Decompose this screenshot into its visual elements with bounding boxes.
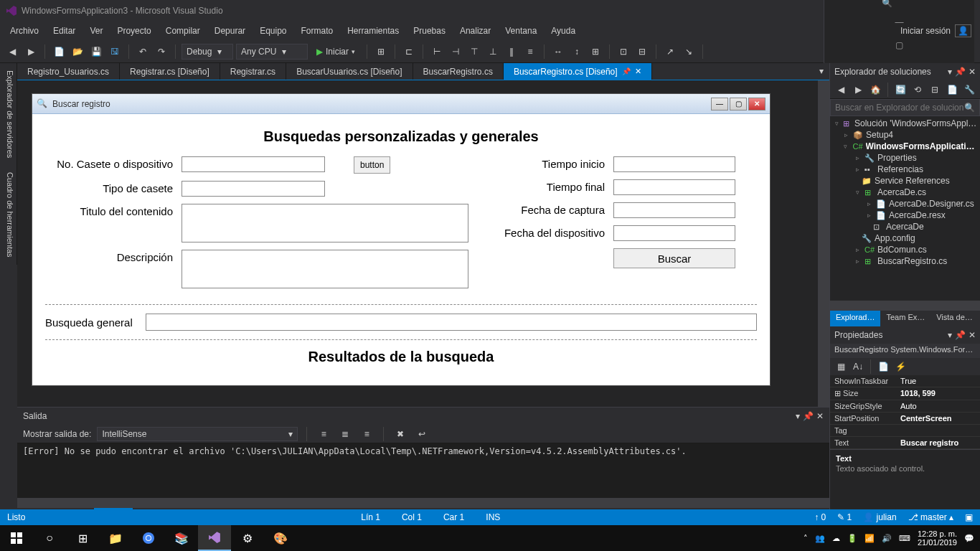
tree-acercade-sub[interactable]: ⊡ AcercaDe [830,221,980,232]
input-no-casete[interactable] [182,156,325,172]
se-sync[interactable]: ⟲ [910,82,925,98]
menu-pruebas[interactable]: Pruebas [406,23,453,39]
tray-lang-icon[interactable]: ⌨ [899,534,910,543]
menu-ayuda[interactable]: Ayuda [544,23,583,39]
menu-analizar[interactable]: Analizar [453,23,498,39]
props-dropdown-icon[interactable]: ▾ [948,330,952,340]
output-text[interactable]: [Error] No se pudo encontrar el archivo … [17,443,829,498]
layout-button-1[interactable]: ⊞ [373,44,389,60]
input-tipo-casete[interactable] [182,181,325,197]
paint-button[interactable]: 🎨 [264,525,297,551]
se-tab-explorer[interactable]: Explorad… [830,311,880,326]
winform-designer[interactable]: 🔍 Buscar registro — ▢ ✕ Busquedas person… [32,93,771,386]
se-props[interactable]: 🔧 [961,82,977,98]
open-file-button[interactable]: 📂 [70,44,85,60]
props-pin-icon[interactable]: 📌 [955,330,966,340]
menu-ventana[interactable]: Ventana [498,23,544,39]
status-publish[interactable]: ↑ 0 [814,512,826,522]
pin-icon[interactable]: 📌 [622,67,631,75]
tree-references[interactable]: ▹▪▪ Referencias [830,164,980,175]
tray-battery-icon[interactable]: 🔋 [847,534,857,543]
nav-fwd-button[interactable]: ▶ [23,44,39,60]
input-titulo[interactable] [182,204,468,242]
doc-tab-3[interactable]: BuscarUsuarios.cs [Diseño] [286,63,413,80]
solution-search[interactable]: 🔍 [830,99,980,116]
output-btn-3[interactable]: ≡ [359,426,374,442]
panel-close-icon[interactable]: ✕ [969,67,976,77]
doc-tab-5[interactable]: BuscarRegistro.cs [Diseño] 📌 ✕ [504,63,652,80]
config-dropdown[interactable]: Debug▾ [182,44,233,60]
align-button-1[interactable]: ⊏ [401,44,417,60]
input-fecha-captura[interactable] [613,202,735,218]
tree-service-refs[interactable]: 📁 Service References [830,175,980,187]
se-tab-team[interactable]: Team Ex… [880,311,930,326]
button-small[interactable]: button [354,156,390,174]
props-alpha[interactable]: A↓ [850,359,866,375]
spacing-h[interactable]: ↔ [550,44,566,60]
save-button[interactable]: 💾 [88,44,104,60]
properties-target[interactable]: BuscarRegistro System.Windows.Forms.Form [830,344,980,358]
input-tiempo-final[interactable] [613,179,735,195]
app-button-1[interactable]: 📚 [165,525,198,551]
menu-ver[interactable]: Ver [83,23,110,39]
input-busqueda-general[interactable] [146,314,757,331]
output-clear-button[interactable]: ✖ [392,426,408,442]
tree-acercade[interactable]: ▿⊞ AcercaDe.cs [830,187,980,198]
input-descripcion[interactable] [182,250,468,288]
se-tab-view[interactable]: Vista de… [930,311,979,326]
menu-formato[interactable]: Formato [294,23,341,39]
menu-herramientas[interactable]: Herramientas [340,23,406,39]
se-home[interactable]: 🏠 [867,82,883,98]
tray-wifi-icon[interactable]: 📶 [864,534,875,543]
form-close[interactable]: ✕ [748,98,765,110]
props-cat[interactable]: ▦ [833,359,849,375]
solution-tree[interactable]: ▿⊞ Solución 'WindowsFormsApplication3' ▹… [830,116,980,301]
taskview-button[interactable]: ⊞ [66,525,99,551]
start-menu-button[interactable] [0,525,33,551]
toolbox-tab[interactable]: Cuadro de herramientas [0,165,17,265]
output-source-combo[interactable]: IntelliSense▾ [97,427,298,441]
props-events[interactable]: ⚡ [892,359,908,375]
output-pin-icon[interactable]: 📌 [803,411,814,421]
tree-buscarregistro[interactable]: ▹⊞ BuscarRegistro.cs [830,255,980,267]
status-changes[interactable]: ✎ 1 [837,512,852,522]
tree-bdcomun[interactable]: ▹C# BdComun.cs [830,244,980,255]
se-collapse[interactable]: ⊟ [927,82,943,98]
settings-button[interactable]: ⚙ [231,525,264,551]
tray-volume-icon[interactable]: 🔊 [882,534,892,543]
panel-pin-icon[interactable]: 📌 [955,67,966,77]
tabs-dropdown[interactable]: ▾ [814,63,829,79]
menu-depurar[interactable]: Depurar [207,23,253,39]
doc-tab-2[interactable]: Registrar.cs [220,63,286,80]
se-showall[interactable]: 📄 [944,82,960,98]
order-button-2[interactable]: ↘ [681,44,697,60]
undo-button[interactable]: ↶ [135,44,151,60]
form-minimize[interactable]: — [711,98,728,110]
redo-button[interactable]: ↷ [154,44,169,60]
form-maximize[interactable]: ▢ [730,98,747,110]
align-top[interactable]: ⊥ [485,44,501,60]
se-refresh[interactable]: 🔄 [892,82,908,98]
output-close-icon[interactable]: ✕ [816,411,824,421]
visualstudio-button[interactable] [198,525,231,551]
signin-button[interactable]: Iniciar sesión 👤 [895,22,977,40]
tree-properties[interactable]: ▹🔧 Properties [830,152,980,164]
tree-hscroll[interactable] [830,301,980,311]
menu-editar[interactable]: Editar [46,23,83,39]
doc-tab-0[interactable]: Registro_Usuarios.cs [17,63,120,80]
tray-clock[interactable]: 12:28 p. m. 21/01/2019 [918,529,957,547]
output-btn-1[interactable]: ≡ [316,426,331,442]
props-props[interactable]: 📄 [875,359,891,375]
output-btn-2[interactable]: ≣ [337,426,353,442]
designer-surface[interactable]: 🔍 Buscar registro — ▢ ✕ Busquedas person… [17,80,829,407]
menu-proyecto[interactable]: Proyecto [110,23,158,39]
search-icon[interactable]: 🔍 [882,0,892,8]
doc-tab-4[interactable]: BuscarRegistro.cs [413,63,504,80]
cortana-button[interactable]: ○ [33,525,66,551]
align-left[interactable]: ⊢ [429,44,445,60]
tray-onedrive-icon[interactable]: ☁ [832,534,840,543]
align-center[interactable]: ⊣ [448,44,463,60]
menu-archivo[interactable]: Archivo [3,23,46,39]
platform-dropdown[interactable]: Any CPU▾ [236,44,308,60]
menu-equipo[interactable]: Equipo [253,23,293,39]
